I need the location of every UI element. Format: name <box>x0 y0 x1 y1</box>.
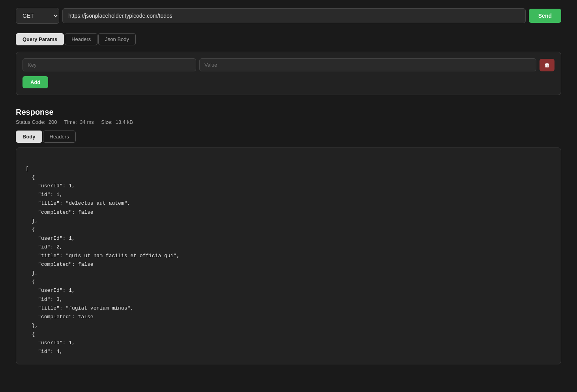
size-value: 18.4 kB <box>116 119 133 125</box>
params-row <box>22 58 555 71</box>
add-param-button[interactable]: Add <box>22 76 48 88</box>
response-meta: Status Code: 200 Time: 34 ms Size: 18.4 … <box>16 119 561 125</box>
param-key-input[interactable] <box>22 58 196 71</box>
response-body: [ { "userId": 1, "id": 1, "title": "dele… <box>16 147 561 364</box>
tab-response-body[interactable]: Body <box>16 131 42 143</box>
status-code-value: 200 <box>49 119 57 125</box>
time-label: Time: <box>64 119 77 125</box>
tab-response-headers[interactable]: Headers <box>43 131 76 143</box>
method-select[interactable]: GET POST PUT PATCH DELETE <box>16 8 59 24</box>
main-container: GET POST PUT PATCH DELETE Send Query Par… <box>0 0 577 372</box>
params-panel: Add <box>16 52 561 95</box>
size-label: Size: <box>101 119 112 125</box>
response-title: Response <box>16 108 561 117</box>
tab-json-body[interactable]: Json Body <box>98 33 136 45</box>
status-code-label: Status Code: <box>16 119 45 125</box>
response-tab-group: Body Headers <box>16 131 561 143</box>
delete-param-button[interactable] <box>540 59 555 71</box>
param-value-input[interactable] <box>199 58 536 71</box>
trash-icon <box>544 62 550 68</box>
url-input[interactable] <box>62 8 526 23</box>
send-button[interactable]: Send <box>529 9 561 23</box>
tab-headers[interactable]: Headers <box>65 33 97 45</box>
request-tab-group: Query Params Headers Json Body <box>16 33 561 45</box>
time-value: 34 ms <box>80 119 94 125</box>
tab-query-params[interactable]: Query Params <box>16 33 64 45</box>
response-section: Response Status Code: 200 Time: 34 ms Si… <box>16 108 561 364</box>
url-bar-row: GET POST PUT PATCH DELETE Send <box>16 8 561 24</box>
